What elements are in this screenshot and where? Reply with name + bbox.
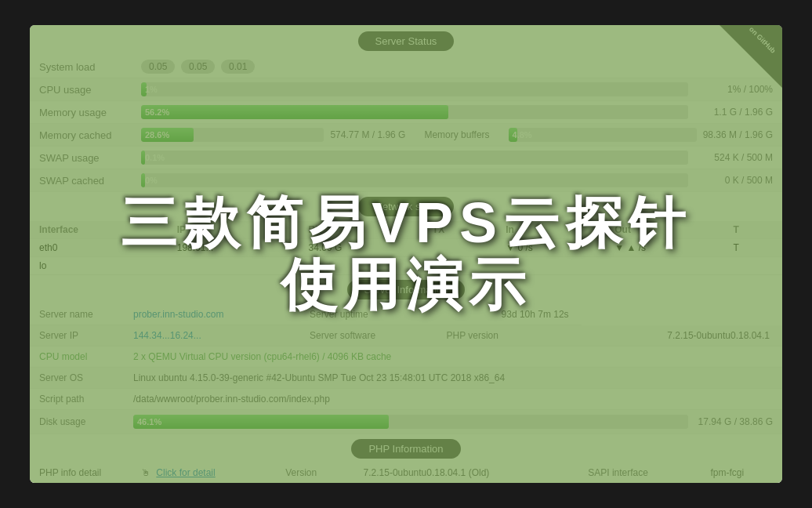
overlay-title: 三款简易VPS云探针 [121,192,691,254]
overlay-subtitle: 使用演示 [281,254,531,316]
overlay: 三款简易VPS云探针 使用演示 [30,25,782,483]
